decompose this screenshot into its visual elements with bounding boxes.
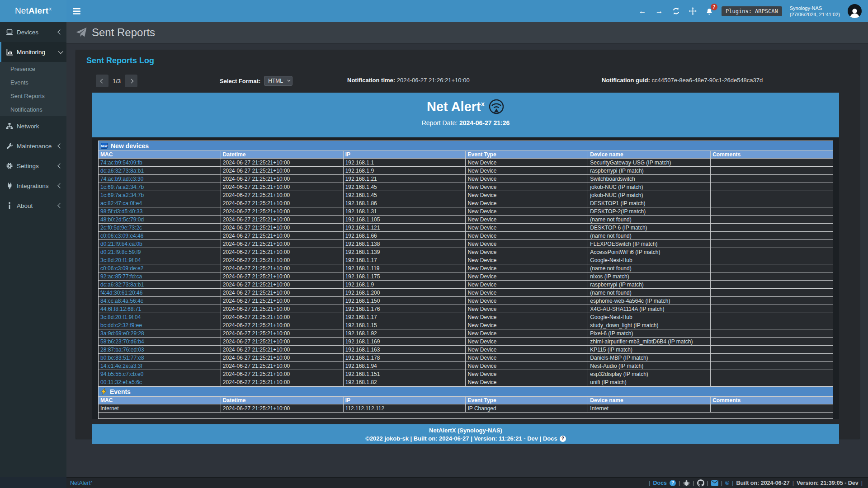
forward-arrow-icon[interactable]: → [655, 7, 664, 16]
report-header: Net Alertx Report Date: 2024-06-27 21:26 [92, 93, 839, 137]
github-icon[interactable] [697, 479, 704, 487]
device-mac-link[interactable]: 14:c1:4e:2e:a3:3f [99, 362, 221, 370]
device-mac-link[interactable]: 2c:f0:5d:9e:73:2c [99, 224, 221, 232]
device-mac-link[interactable]: dc:a6:32:73:8a:b1 [99, 281, 221, 289]
user-avatar[interactable] [848, 4, 862, 18]
device-mac-link[interactable]: 98:5f:d3:d5:40:33 [99, 207, 221, 216]
sidebar-item-notifications[interactable]: Notifications [0, 103, 66, 116]
device-mac-link[interactable]: 94:b5:55:c7:cb:e0 [99, 370, 221, 378]
device-mac-link[interactable]: ac:82:47:ca:0f:e4 [99, 199, 221, 207]
column-header: Device name [588, 397, 711, 404]
device-mac-link[interactable]: 28:87:ba:76:ed:03 [99, 346, 221, 354]
table-cell: New Device [466, 191, 588, 199]
table-cell: KP115 (IP match) [588, 346, 711, 354]
format-select[interactable]: HTML [264, 76, 292, 86]
sidebar-item-sent-reports[interactable]: Sent Reports [0, 89, 66, 103]
table-cell: 2024-06-27 21:25:21+10:00 [221, 175, 343, 183]
back-arrow-icon[interactable]: ← [638, 7, 647, 16]
device-mac-link[interactable]: 44:6f:f8:12:68:71 [99, 305, 221, 313]
footer-brand-link[interactable]: NetAlertx [70, 479, 92, 486]
table-row: Internet2024-06-27 21:25:21+10:00112.112… [99, 404, 833, 413]
device-mac-link[interactable]: 48:b0:2d:5c:79:0d [99, 216, 221, 224]
device-mac-link[interactable]: b0:be:83:51:77:e8 [99, 354, 221, 362]
table-cell: 192.168.1.31 [343, 207, 466, 216]
sidebar-item-events[interactable]: Events [0, 75, 66, 89]
table-cell: 192.168.1.163 [343, 346, 466, 354]
next-page-button[interactable] [125, 75, 137, 87]
device-mac-link[interactable]: d0:21:f9:8c:59:f9 [99, 248, 221, 256]
device-mac-link[interactable]: 3c:8d:20:f1:9f:04 [99, 313, 221, 321]
table-cell [711, 216, 833, 224]
sidebar-item-devices[interactable]: Devices [0, 22, 66, 42]
table-cell: New Device [466, 281, 588, 289]
report-body: NEW New devices MACDatetimeIPEvent TypeD… [92, 137, 839, 419]
table-cell: nixos (IP match) [588, 272, 711, 281]
table-cell [711, 248, 833, 256]
table-cell [711, 362, 833, 370]
table-cell [711, 378, 833, 386]
sidebar-item-network[interactable]: Network [0, 116, 66, 136]
device-mac-link[interactable]: 3a:9d:69:e0:29:28 [99, 329, 221, 338]
device-mac-link[interactable]: 1c:69:7a:a2:34:7b [99, 191, 221, 199]
sidebar-item-settings[interactable]: Settings [0, 156, 66, 176]
table-cell: New Device [466, 232, 588, 240]
device-mac-link[interactable]: c0:06:c3:09:de:e2 [99, 264, 221, 272]
table-cell [711, 305, 833, 313]
chevron-left-icon [57, 183, 62, 188]
device-mac-link[interactable]: 92:ac:85:77:fd:ca [99, 272, 221, 281]
notification-count-badge: 7 [711, 4, 717, 10]
refresh-icon[interactable] [671, 7, 680, 16]
navbar-actions: ← → 7 Plugins: ARPSCAN Synology-NAS (27/… [638, 4, 868, 18]
table-row: 28:87:ba:76:ed:032024-06-27 21:25:21+10:… [99, 346, 833, 354]
email-icon[interactable] [711, 479, 718, 487]
copyright-link[interactable]: © [725, 480, 729, 486]
move-icon[interactable] [688, 7, 697, 16]
docs-link[interactable]: Docs [653, 480, 667, 486]
sidebar-item-maintenance[interactable]: Maintenance [0, 136, 66, 156]
sidebar-item-about[interactable]: About [0, 196, 66, 216]
device-mac-link[interactable]: 84:cc:a8:4a:56:4c [99, 297, 221, 305]
sidebar-item-monitoring[interactable]: Monitoring [0, 42, 66, 62]
table-cell: 192.168.1.1 [343, 159, 466, 167]
device-mac-link[interactable]: 1c:69:7a:a2:34:7b [99, 183, 221, 191]
plugins-status-badge[interactable]: Plugins: ARPSCAN [722, 6, 782, 16]
device-mac-link[interactable]: c0:06:c3:09:e4:46 [99, 232, 221, 240]
docs-question-icon[interactable]: ? [670, 480, 676, 486]
bug-report-icon[interactable] [683, 479, 690, 487]
table-row: 74:ac:b9:ad:c3:302024-06-27 21:25:21+10:… [99, 175, 833, 183]
column-header: Device name [588, 151, 711, 159]
notifications-bell-icon[interactable]: 7 [705, 7, 714, 16]
app-logo[interactable]: NetAlertx [0, 0, 66, 22]
table-cell: (name not found) [588, 264, 711, 272]
table-cell: 2024-06-27 21:25:21+10:00 [221, 354, 343, 362]
sidebar-toggle-button[interactable] [66, 0, 86, 22]
device-mac-link[interactable]: 74:ac:b9:54:09:fb [99, 159, 221, 167]
table-cell: (name not found) [588, 216, 711, 224]
table-cell: 2024-06-27 21:25:21+10:00 [221, 362, 343, 370]
table-cell: 2024-06-27 21:25:21+10:00 [221, 183, 343, 191]
device-mac-link[interactable]: d0:21:f9:b4:ca:0b [99, 240, 221, 248]
empty-row [99, 413, 833, 419]
table-row: d0:21:f9:8c:59:f92024-06-27 21:25:21+10:… [99, 248, 833, 256]
question-circle-icon: ? [560, 436, 566, 442]
table-cell: 192.168.1.9 [343, 281, 466, 289]
chevron-left-icon [57, 143, 62, 148]
table-cell: New Device [466, 338, 588, 346]
device-mac-link[interactable]: 74:ac:b9:ad:c3:30 [99, 175, 221, 183]
prev-page-button[interactable] [96, 75, 108, 87]
table-row: 58:b6:23:70:d6:b42024-06-27 21:25:21+10:… [99, 338, 833, 346]
table-cell: New Device [466, 167, 588, 175]
device-mac-link[interactable]: bc:dd:c2:32:f9:ee [99, 321, 221, 329]
table-cell: 2024-06-27 21:25:21+10:00 [221, 167, 343, 175]
table-row: d0:21:f9:b4:ca:0b2024-06-27 21:25:21+10:… [99, 240, 833, 248]
device-mac-link[interactable]: 3c:8d:20:f1:9f:04 [99, 256, 221, 264]
table-cell: IP Changed [466, 404, 588, 413]
device-mac-link[interactable]: 58:b6:23:70:d6:b4 [99, 338, 221, 346]
table-cell: 192.168.1.200 [343, 289, 466, 297]
device-mac-link[interactable]: dc:a6:32:73:8a:b1 [99, 167, 221, 175]
device-mac-link[interactable]: 00:11:32:ef:a5:6c [99, 378, 221, 386]
device-mac-link[interactable]: f4:4d:30:61:20:46 [99, 289, 221, 297]
table-header-row: MACDatetimeIPEvent TypeDevice nameCommen… [99, 151, 833, 159]
sidebar-item-integrations[interactable]: Integrations [0, 176, 66, 196]
sidebar-item-presence[interactable]: Presence [0, 62, 66, 75]
